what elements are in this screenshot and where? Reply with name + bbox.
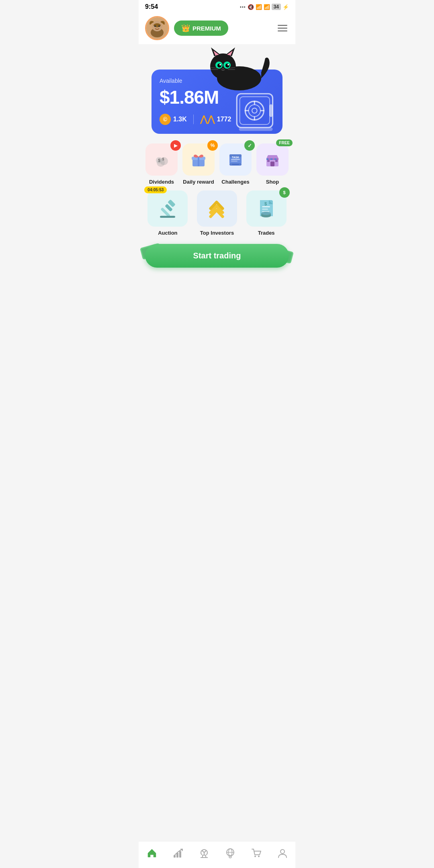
- header: 👑 PREMIUM: [139, 12, 295, 44]
- coin-icon: ©: [160, 114, 171, 125]
- shop-icon-box: FREE: [256, 143, 289, 176]
- svg-point-26: [249, 105, 260, 117]
- svg-rect-41: [198, 157, 199, 166]
- timer-badge: 04:05:53: [144, 186, 167, 193]
- top-investors-item[interactable]: Top Investors: [194, 190, 240, 236]
- svg-text:$: $: [162, 157, 164, 161]
- stat-divider: [193, 115, 194, 124]
- challenges-item[interactable]: ✓ TASK Challenges: [219, 143, 252, 185]
- dollar-badge: $: [279, 187, 290, 198]
- svg-rect-62: [262, 206, 270, 207]
- dividends-label: Dividends: [149, 179, 174, 185]
- signal-dots: •••: [240, 4, 246, 9]
- dividends-item[interactable]: ▶ $ $ Dividends: [145, 143, 178, 185]
- svg-rect-52: [270, 158, 272, 160]
- auction-label: Auction: [158, 230, 177, 236]
- features-grid-1: ▶ $ $ Dividends %: [145, 143, 289, 185]
- vault-svg: [235, 92, 277, 132]
- menu-line-1: [278, 25, 287, 26]
- crown-icon: 👑: [181, 24, 190, 33]
- top-investors-icon-box: [197, 190, 237, 227]
- svg-point-17: [227, 64, 229, 66]
- svg-rect-45: [231, 159, 240, 160]
- menu-line-2: [278, 28, 287, 29]
- svg-rect-33: [239, 127, 273, 131]
- shop-label: Shop: [266, 179, 279, 185]
- svg-rect-23: [237, 94, 272, 127]
- signal-bars: 📶: [256, 4, 262, 10]
- premium-label: PREMIUM: [192, 25, 221, 32]
- chevrons-icon: ⋀⋀: [200, 115, 215, 124]
- svg-point-16: [219, 64, 221, 66]
- trades-label: Trades: [258, 230, 275, 236]
- svg-point-15: [225, 63, 229, 68]
- vault-illustration: [235, 92, 277, 130]
- svg-text:$: $: [158, 158, 160, 163]
- status-bar: 9:54 ••• 🔇 📶 📶 34 ⚡: [139, 0, 295, 12]
- menu-line-3: [278, 31, 287, 31]
- svg-point-14: [217, 63, 221, 68]
- features-grid-2: 04:05:53 Auction: [145, 190, 289, 236]
- task-icon: TASK: [226, 150, 245, 169]
- challenges-label: Challenges: [221, 179, 249, 185]
- svg-rect-56: [275, 160, 278, 162]
- trades-item[interactable]: $ $ Trades: [244, 190, 289, 236]
- menu-button[interactable]: [276, 23, 289, 33]
- coins-stat: © 1.3K: [160, 114, 187, 125]
- svg-point-5: [158, 25, 160, 27]
- svg-rect-54: [270, 162, 274, 166]
- svg-point-27: [252, 108, 257, 113]
- battery-icon: 34: [272, 4, 281, 10]
- auction-icon: [157, 198, 179, 219]
- status-time: 9:54: [145, 3, 158, 10]
- cat-decoration: [199, 44, 271, 92]
- top-investors-icon: [206, 198, 228, 219]
- top-investors-label: Top Investors: [200, 230, 234, 236]
- daily-reward-icon-box: %: [182, 143, 215, 176]
- avatar-image: [146, 17, 168, 39]
- grid-row-1: ▶ $ $ Dividends %: [139, 140, 295, 185]
- percent-badge: %: [207, 140, 218, 151]
- daily-reward-label: Daily reward: [183, 179, 214, 185]
- gift-icon: [189, 150, 208, 169]
- svg-rect-48: [232, 164, 239, 165]
- svg-text:$: $: [264, 201, 267, 206]
- status-icons: ••• 🔇 📶 📶 34 ⚡: [240, 4, 289, 10]
- check-badge: ✓: [244, 140, 255, 151]
- cat-svg: [199, 44, 271, 92]
- mute-icon: 🔇: [248, 4, 254, 10]
- svg-point-4: [154, 25, 156, 27]
- svg-rect-46: [231, 161, 237, 162]
- points-stat: ⋀⋀ 1772: [200, 115, 231, 124]
- grid-row-2: 04:05:53 Auction: [139, 185, 295, 236]
- svg-rect-63: [262, 209, 268, 210]
- daily-reward-item[interactable]: % Daily reward: [182, 143, 215, 185]
- svg-rect-53: [274, 158, 276, 160]
- dividends-icon-box: ▶ $ $: [145, 143, 178, 176]
- dividends-icon: $ $: [152, 150, 171, 169]
- shop-item[interactable]: FREE Shop: [256, 143, 289, 185]
- balance-section: Available $1.86M © 1.3K ⋀⋀ 1772: [139, 44, 295, 140]
- charging-icon: ⚡: [283, 4, 289, 10]
- auction-icon-box: 04:05:53: [147, 190, 188, 227]
- shop-icon: [263, 150, 282, 169]
- svg-point-7: [210, 53, 236, 79]
- svg-rect-32: [269, 104, 272, 117]
- svg-text:TASK: TASK: [232, 156, 240, 159]
- premium-badge[interactable]: 👑 PREMIUM: [174, 20, 228, 36]
- svg-rect-55: [267, 160, 270, 162]
- trades-icon-box: $ $: [246, 190, 287, 227]
- wifi-icon: 📶: [264, 4, 270, 10]
- coins-value: 1.3K: [173, 116, 187, 123]
- auction-item[interactable]: 04:05:53 Auction: [145, 190, 190, 236]
- svg-rect-51: [266, 158, 268, 160]
- trades-icon: $: [255, 198, 277, 219]
- free-badge: FREE: [276, 139, 293, 146]
- play-badge: ▶: [170, 140, 181, 151]
- svg-rect-60: [160, 216, 175, 218]
- points-value: 1772: [217, 116, 231, 123]
- challenges-icon-box: ✓ TASK: [219, 143, 252, 176]
- cta-section: $ $ Start trading: [139, 236, 295, 274]
- start-trading-button[interactable]: Start trading: [145, 244, 289, 268]
- avatar[interactable]: [145, 16, 169, 40]
